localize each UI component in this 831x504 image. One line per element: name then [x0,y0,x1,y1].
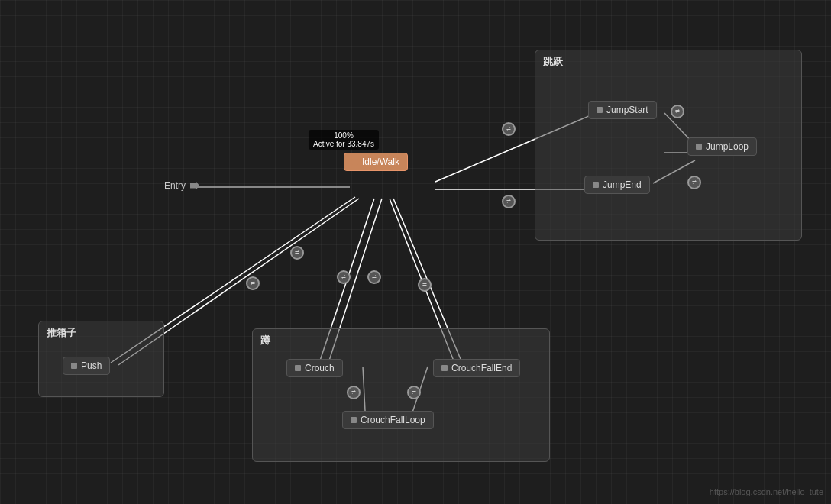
active-percent: 100% [313,131,374,140]
idle-walk-icon [352,159,358,165]
crouch-icon [295,365,301,371]
jump-start-icon [597,107,603,113]
entry-arrow-icon [190,181,199,190]
jump-start-label: JumpStart [606,105,648,115]
connector-4: ⇌ [367,270,381,284]
idle-walk-node[interactable]: Idle/Walk [344,153,408,171]
connector-8: ⇌ [671,105,684,118]
jump-loop-node[interactable]: JumpLoop [687,137,757,156]
animation-canvas: 跳跃 推箱子 蹲 Entry 100% Active for 33.847s I… [0,0,831,504]
active-time: Active for 33.847s [313,140,374,148]
entry-label: Entry [164,180,186,191]
connector-5: ⇌ [418,278,432,292]
idle-walk-label: Idle/Walk [362,157,399,167]
crouch-fall-loop-label: CrouchFallLoop [361,415,425,425]
push-node[interactable]: Push [63,357,110,375]
connector-7: ⇌ [502,195,516,208]
crouch-fall-end-node[interactable]: CrouchFallEnd [433,359,520,377]
jump-end-icon [593,182,599,188]
watermark: https://blog.csdn.net/hello_tute [710,487,823,496]
crouch-fall-end-label: CrouchFallEnd [451,363,512,373]
push-label: Push [81,360,102,371]
entry-node: Entry [164,180,199,191]
connector-11: ⇌ [407,386,421,399]
jump-loop-icon [696,144,702,150]
crouch-fall-loop-node[interactable]: CrouchFallLoop [342,411,434,429]
jump-end-node[interactable]: JumpEnd [584,176,650,194]
push-icon [71,363,77,369]
connector-10: ⇌ [347,386,361,399]
push-group-label: 推箱子 [47,326,76,340]
crouch-fall-end-icon [441,365,448,371]
jump-loop-label: JumpLoop [706,141,749,152]
crouch-label: Crouch [305,363,335,373]
jump-group-label: 跳跃 [543,55,563,69]
crouch-fall-loop-icon [351,417,357,423]
connector-9: ⇌ [687,176,701,189]
connector-1: ⇌ [290,246,304,260]
connector-6: ⇌ [502,122,516,136]
crouch-node[interactable]: Crouch [286,359,343,377]
active-indicator: 100% Active for 33.847s [309,130,379,150]
connector-3: ⇌ [337,270,351,284]
jump-group-box: 跳跃 [535,50,802,241]
crouch-group-box: 蹲 [252,328,550,462]
connector-2: ⇌ [246,276,260,290]
crouch-group-label: 蹲 [260,334,270,347]
jump-end-label: JumpEnd [603,179,642,190]
jump-start-node[interactable]: JumpStart [588,101,657,119]
